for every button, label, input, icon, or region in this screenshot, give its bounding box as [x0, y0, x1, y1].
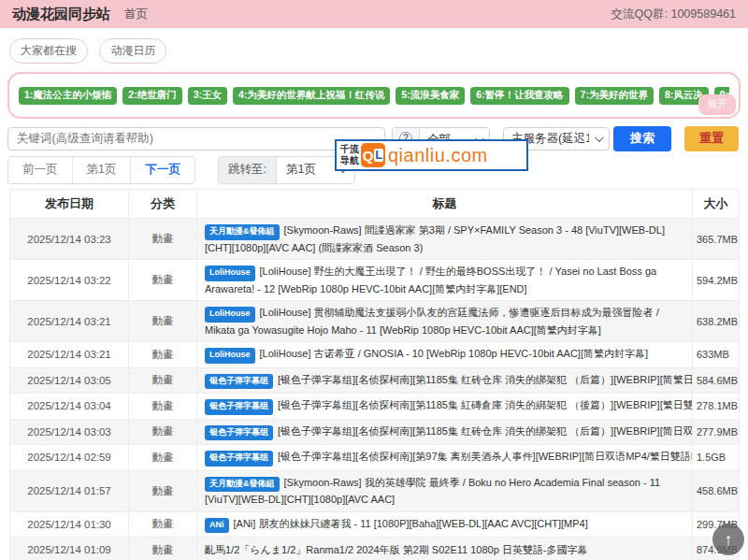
title-cell: 银色子弹字幕组[银色子弹字幕组][名侦探柯南][第1185集 红砖仓库 消失的绑… — [197, 419, 693, 445]
hot-search-item[interactable]: 1:魔法公主的小烦恼 — [19, 87, 117, 105]
category-cell[interactable]: 動畫 — [129, 419, 197, 445]
prev-page-button[interactable]: 前一页 — [8, 157, 73, 183]
publish-date-cell: 2025/12/14 03:04 — [10, 394, 129, 420]
table-row: 2025/12/14 03:21動畫LoliHouse[LoliHouse] 古… — [10, 342, 740, 368]
title-cell: ANi[ANi] 朋友的妹妹只纏著我 - 11 [1080P][Baha][WE… — [197, 511, 693, 538]
title-cell: LoliHouse[LoliHouse] 古诺希亚 / GNOSIA - 10 … — [197, 342, 693, 368]
fansub-group-badge[interactable]: 银色子弹字幕组 — [205, 425, 273, 441]
hot-search-item[interactable]: 6:暂停！让我查攻略 — [470, 87, 568, 105]
publish-date-cell: 2025/12/14 03:22 — [10, 260, 129, 301]
title-cell: LoliHouse[LoliHouse] 野生的大魔王出現了！ / 野生的最终B… — [197, 260, 693, 301]
title-link[interactable]: [银色子弹字幕组][名侦探柯南][第1185集 红砖仓库 消失的绑架犯 （后篇）… — [278, 374, 693, 385]
search-button[interactable]: 搜索 — [613, 126, 671, 151]
size-cell: 594.2MB — [693, 260, 740, 301]
up-arrow-icon: ↑ — [725, 531, 733, 548]
size-cell: 365.7MB — [693, 219, 740, 260]
back-to-top-button[interactable]: ↑ — [712, 524, 744, 555]
table-row: 2025/12/14 02:59動畫银色子弹字幕组[银色子弹字幕组][名侦探柯南… — [10, 445, 740, 471]
title-link[interactable]: [LoliHouse] 野生的大魔王出現了！ / 野生的最终BOSS出现了！ /… — [205, 266, 656, 294]
title-link[interactable]: 亂馬1/2「らんま1/2」Ranma1/2 2024年版 第2期 S02E11 … — [205, 544, 588, 555]
fansub-group-badge[interactable]: 天月動漫&發佈組 — [205, 224, 280, 240]
title-link[interactable]: [LoliHouse] 贯彻辅助魔法支援弱小队友的宫廷魔法师，惨遭驱逐后目标成为… — [205, 307, 659, 336]
title-link[interactable]: [LoliHouse] 古诺希亚 / GNOSIA - 10 [WebRip 1… — [260, 348, 649, 359]
size-cell: 633MB — [693, 342, 740, 368]
category-cell[interactable]: 動畫 — [129, 470, 197, 511]
nav-home-link[interactable]: 首页 — [124, 7, 148, 22]
table-row: 2025/12/14 03:03動畫银色子弹字幕组[银色子弹字幕组][名侦探柯南… — [10, 419, 740, 445]
jump-to-label: 跳转至: — [219, 157, 277, 183]
title-cell: LoliHouse[LoliHouse] 贯彻辅助魔法支援弱小队友的宫廷魔法师，… — [197, 301, 693, 342]
qianliu-logo-icon: Q L — [361, 143, 385, 167]
header-category: 分类 — [129, 190, 197, 219]
results-table: 发布日期 分类 标题 大小 2025/12/14 03:23動畫天月動漫&發佈組… — [9, 189, 740, 560]
title-link[interactable]: [银色子弹字幕组][名侦探柯南][第97集 离别美酒杀人事件][WEBRIP][… — [278, 451, 693, 462]
category-cell[interactable]: 動畫 — [129, 219, 197, 260]
size-cell: 277.9MB — [693, 419, 740, 445]
publish-date-cell: 2025/12/14 01:09 — [10, 538, 129, 560]
title-cell: 银色子弹字幕组[银色子弹字幕组][名侦探柯南][第1185集 红砖仓库 消失的绑… — [197, 367, 693, 394]
fansub-group-badge[interactable]: LoliHouse — [205, 307, 255, 323]
hot-search-item[interactable]: 5:流浪美食家 — [396, 87, 465, 105]
page: 动漫花园同步站 首页 交流QQ群: 1009589461 大家都在搜 动漫日历 … — [0, 0, 748, 560]
publish-date-cell: 2025/12/14 01:57 — [10, 470, 129, 511]
hot-search-list: 1:魔法公主的小烦恼2:绝世唐门3:王女4:为美好的世界献上祝福！红传说5:流浪… — [19, 85, 729, 105]
table-row: 2025/12/14 03:05動畫银色子弹字幕组[银色子弹字幕组][名侦探柯南… — [10, 367, 740, 394]
publish-date-cell: 2025/12/14 02:59 — [10, 445, 129, 471]
current-page-button[interactable]: 第1页 — [73, 157, 132, 183]
title-cell: 天月動漫&發佈組[Skymoon-Raws] 間諜過家家 第3期 / SPY×F… — [197, 219, 693, 260]
fansub-group-badge[interactable]: ANi — [205, 518, 229, 534]
publish-date-cell: 2025/12/14 03:21 — [10, 301, 129, 342]
table-row: 2025/12/14 03:04動畫银色子弹字幕组[银色子弹字幕组][名侦探柯南… — [10, 394, 740, 420]
category-cell[interactable]: 動畫 — [129, 301, 197, 342]
title-cell: 天月動漫&發佈組[Skymoon-Raws] 我的英雄學院 最終季 / Boku… — [197, 470, 693, 511]
hot-search-item[interactable]: 3:王女 — [188, 87, 227, 105]
category-cell[interactable]: 動畫 — [129, 445, 197, 471]
publish-date-cell: 2025/12/14 03:21 — [10, 342, 129, 368]
fansub-group-badge[interactable]: LoliHouse — [205, 266, 255, 281]
next-page-button[interactable]: 下一页 — [131, 157, 194, 183]
site-title: 动漫花园同步站 — [12, 6, 110, 23]
reset-button[interactable]: 重置 — [684, 126, 739, 151]
fansub-group-badge[interactable]: 银色子弹字幕组 — [205, 374, 273, 390]
table-row: 2025/12/14 01:30動畫ANi[ANi] 朋友的妹妹只纏著我 - 1… — [10, 511, 740, 538]
category-cell[interactable]: 動畫 — [129, 538, 197, 560]
title-link[interactable]: [银色子弹字幕组][名侦探柯南][第1185集 紅磚倉庫 消失的綁架犯 （後篇）… — [278, 399, 693, 410]
hot-search-item[interactable]: 2:绝世唐门 — [122, 87, 181, 105]
category-cell[interactable]: 動畫 — [129, 260, 197, 301]
results-body: 2025/12/14 03:23動畫天月動漫&發佈組[Skymoon-Raws]… — [10, 219, 740, 560]
table-row: 2025/12/14 03:22動畫LoliHouse[LoliHouse] 野… — [10, 260, 740, 301]
category-cell[interactable]: 動畫 — [129, 394, 197, 420]
table-header-row: 发布日期 分类 标题 大小 — [10, 190, 740, 219]
table-row: 2025/12/14 01:57動畫天月動漫&發佈組[Skymoon-Raws]… — [10, 470, 740, 511]
keyword-input[interactable] — [7, 127, 385, 151]
size-cell: 458.6MB — [693, 470, 740, 511]
pager-group: 前一页 第1页 下一页 — [7, 156, 195, 184]
fansub-group-badge[interactable]: 天月動漫&發佈組 — [205, 477, 280, 493]
table-row: 2025/12/14 03:23動畫天月動漫&發佈組[Skymoon-Raws]… — [10, 219, 740, 260]
title-link[interactable]: [ANi] 朋友的妹妹只纏著我 - 11 [1080P][Baha][WEB-D… — [234, 518, 588, 529]
category-cell[interactable]: 動畫 — [129, 342, 197, 368]
publish-date-cell: 2025/12/14 03:03 — [10, 419, 129, 445]
size-cell: 1.5GB — [693, 445, 740, 471]
header-publish-date: 发布日期 — [10, 190, 129, 219]
category-cell[interactable]: 動畫 — [129, 511, 197, 538]
qianliu-name: 千流 导航 — [340, 144, 359, 166]
hot-search-item[interactable]: 4:为美好的世界献上祝福！红传说 — [233, 87, 390, 105]
fansub-group-badge[interactable]: 银色子弹字幕组 — [205, 399, 273, 415]
qianliu-domain: qianliu.com — [388, 145, 488, 166]
fansub-group-badge[interactable]: 银色子弹字幕组 — [205, 451, 273, 467]
title-cell: 亂馬1/2「らんま1/2」Ranma1/2 2024年版 第2期 S02E11 … — [197, 538, 693, 560]
table-row: 2025/12/14 01:09動畫亂馬1/2「らんま1/2」Ranma1/2 … — [10, 538, 740, 560]
fansub-group-badge[interactable]: LoliHouse — [205, 348, 255, 364]
tab-everyone-searching[interactable]: 大家都在搜 — [9, 38, 88, 64]
category-cell[interactable]: 動畫 — [129, 367, 197, 394]
hot-search-item[interactable]: 7:为美好的世界 — [575, 87, 654, 105]
header-title: 标题 — [197, 190, 693, 219]
tab-anime-calendar[interactable]: 动漫日历 — [99, 38, 166, 64]
qq-group-info: 交流QQ群: 1009589461 — [611, 7, 736, 22]
publish-date-cell: 2025/12/14 01:30 — [10, 511, 129, 538]
title-link[interactable]: [银色子弹字幕组][名侦探柯南][第1185集 红砖仓库 消失的绑架犯 （后篇）… — [278, 425, 693, 437]
expand-button[interactable]: 展开 — [698, 94, 736, 115]
hot-search-box: 1:魔法公主的小烦恼2:绝世唐门3:王女4:为美好的世界献上祝福！红传说5:流浪… — [7, 72, 741, 119]
publish-date-cell: 2025/12/14 03:05 — [10, 367, 129, 394]
